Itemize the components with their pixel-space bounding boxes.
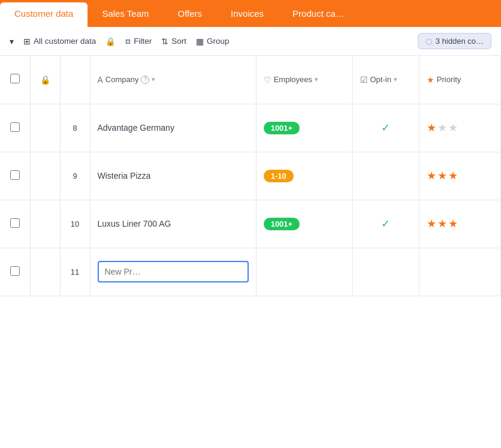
filter-button[interactable]: ⧈ Filter bbox=[125, 37, 152, 46]
select-all-checkbox[interactable] bbox=[10, 74, 20, 83]
row-number: 10 bbox=[60, 200, 90, 248]
optin-cell[interactable]: ✓ bbox=[352, 200, 419, 248]
priority-header-label: Priority bbox=[437, 75, 461, 84]
table-row-new: 11 bbox=[0, 248, 501, 296]
hidden-icon: ◌ bbox=[425, 37, 432, 46]
text-type-icon: A bbox=[98, 75, 103, 85]
row-checkbox-cell[interactable] bbox=[0, 104, 30, 152]
collapse-button[interactable]: ▾ bbox=[10, 37, 14, 46]
row-checkbox-cell[interactable] bbox=[0, 200, 30, 248]
employees-type-icon: ♡ bbox=[264, 75, 271, 85]
view-selector[interactable]: ⊞ All customer data bbox=[23, 37, 96, 46]
row-checkbox-cell[interactable] bbox=[0, 152, 30, 200]
row-number: 8 bbox=[60, 104, 90, 152]
row-expand-cell[interactable] bbox=[30, 152, 60, 200]
company-sort-icon[interactable]: ▾ bbox=[152, 76, 155, 83]
row-number: 9 bbox=[60, 152, 90, 200]
optin-sort-icon[interactable]: ▾ bbox=[394, 76, 397, 83]
company-header-label: Company bbox=[105, 75, 139, 84]
tab-product-catalog[interactable]: Product ca… bbox=[278, 0, 359, 27]
employees-badge: 1-10 bbox=[264, 170, 294, 182]
collapse-icon: ▾ bbox=[10, 37, 14, 46]
th-priority[interactable]: ★ Priority bbox=[419, 56, 500, 104]
row-expand-cell[interactable] bbox=[30, 248, 60, 296]
grid-icon: ⊞ bbox=[23, 37, 31, 46]
optin-cell[interactable] bbox=[352, 152, 419, 200]
row-checkbox[interactable] bbox=[10, 170, 20, 180]
optin-header-label: Opt-in bbox=[370, 75, 391, 84]
sort-icon: ⇅ bbox=[161, 37, 168, 46]
filter-label: Filter bbox=[134, 37, 152, 46]
optin-type-icon: ☑ bbox=[360, 75, 368, 85]
toolbar: ▾ ⊞ All customer data 🔒 ⧈ Filter ⇅ Sort … bbox=[0, 27, 501, 56]
lock-icon: 🔒 bbox=[105, 37, 116, 46]
employees-badge: 1001+ bbox=[264, 218, 300, 230]
lock-view[interactable]: 🔒 bbox=[105, 37, 116, 46]
company-cell[interactable]: Wisteria Pizza bbox=[90, 152, 256, 200]
top-nav: Customer data Sales Team Offers Invoices… bbox=[0, 0, 501, 27]
data-table: 🔒 A Company ? ▾ ♡ Employees ▾ bbox=[0, 56, 501, 296]
check-icon: ✓ bbox=[360, 121, 412, 134]
star-1[interactable]: ★ bbox=[427, 217, 436, 230]
row-checkbox-cell[interactable] bbox=[0, 248, 30, 296]
filter-icon: ⧈ bbox=[125, 37, 131, 46]
star-3[interactable]: ★ bbox=[448, 121, 458, 134]
company-cell[interactable]: Advantage Germany bbox=[90, 104, 256, 152]
priority-stars[interactable]: ★ ★ ★ bbox=[427, 169, 493, 182]
lock-col-icon: 🔒 bbox=[40, 75, 50, 85]
row-checkbox[interactable] bbox=[10, 122, 20, 132]
view-label: All customer data bbox=[34, 37, 96, 46]
company-cell[interactable]: Luxus Liner 700 AG bbox=[90, 200, 256, 248]
app-container: Customer data Sales Team Offers Invoices… bbox=[0, 0, 501, 296]
employees-badge: 1001+ bbox=[264, 122, 300, 134]
new-record-input[interactable] bbox=[98, 261, 249, 282]
row-expand-cell[interactable] bbox=[30, 200, 60, 248]
optin-cell[interactable]: ✓ bbox=[352, 104, 419, 152]
tab-sales-team[interactable]: Sales Team bbox=[87, 0, 163, 27]
star-1[interactable]: ★ bbox=[427, 121, 436, 134]
employees-cell[interactable]: 1001+ bbox=[256, 104, 352, 152]
group-label: Group bbox=[207, 37, 230, 46]
check-icon: ✓ bbox=[360, 217, 412, 230]
th-checkbox[interactable] bbox=[0, 56, 30, 104]
table-row: 8 Advantage Germany 1001+ ✓ ★ ★ ★ bbox=[0, 104, 501, 152]
employees-cell-empty bbox=[256, 248, 352, 296]
star-1[interactable]: ★ bbox=[427, 169, 436, 182]
new-record-cell[interactable] bbox=[90, 248, 256, 296]
row-checkbox[interactable] bbox=[10, 266, 20, 276]
star-2[interactable]: ★ bbox=[437, 121, 447, 134]
hidden-cols-label: 3 hidden co… bbox=[436, 37, 484, 46]
tab-invoices[interactable]: Invoices bbox=[216, 0, 278, 27]
table-header-row: 🔒 A Company ? ▾ ♡ Employees ▾ bbox=[0, 56, 501, 104]
group-button[interactable]: ▦ Group bbox=[196, 37, 230, 46]
priority-stars[interactable]: ★ ★ ★ bbox=[427, 217, 493, 230]
row-checkbox[interactable] bbox=[10, 218, 20, 228]
tab-offers[interactable]: Offers bbox=[164, 0, 217, 27]
th-optin[interactable]: ☑ Opt-in ▾ bbox=[352, 56, 419, 104]
star-3[interactable]: ★ bbox=[448, 169, 458, 182]
row-expand-cell[interactable] bbox=[30, 104, 60, 152]
priority-stars[interactable]: ★ ★ ★ bbox=[427, 121, 493, 134]
th-row-num bbox=[60, 56, 90, 104]
sort-button[interactable]: ⇅ Sort bbox=[161, 37, 186, 46]
group-icon: ▦ bbox=[196, 37, 204, 46]
employees-header-label: Employees bbox=[274, 75, 312, 84]
priority-cell-empty bbox=[419, 248, 500, 296]
sort-label: Sort bbox=[171, 37, 186, 46]
employees-sort-icon[interactable]: ▾ bbox=[315, 76, 318, 83]
employees-cell[interactable]: 1-10 bbox=[256, 152, 352, 200]
star-3[interactable]: ★ bbox=[448, 217, 458, 230]
th-company[interactable]: A Company ? ▾ bbox=[90, 56, 256, 104]
row-number: 11 bbox=[60, 248, 90, 296]
help-icon[interactable]: ? bbox=[141, 76, 149, 84]
employees-cell[interactable]: 1001+ bbox=[256, 200, 352, 248]
tab-customer-data[interactable]: Customer data bbox=[0, 2, 87, 27]
priority-cell[interactable]: ★ ★ ★ bbox=[419, 200, 500, 248]
star-2[interactable]: ★ bbox=[437, 217, 447, 230]
table-row: 10 Luxus Liner 700 AG 1001+ ✓ ★ ★ ★ bbox=[0, 200, 501, 248]
th-employees[interactable]: ♡ Employees ▾ bbox=[256, 56, 352, 104]
hidden-cols-button[interactable]: ◌ 3 hidden co… bbox=[418, 33, 491, 49]
priority-cell[interactable]: ★ ★ ★ bbox=[419, 152, 500, 200]
star-2[interactable]: ★ bbox=[437, 169, 447, 182]
priority-cell[interactable]: ★ ★ ★ bbox=[419, 104, 500, 152]
